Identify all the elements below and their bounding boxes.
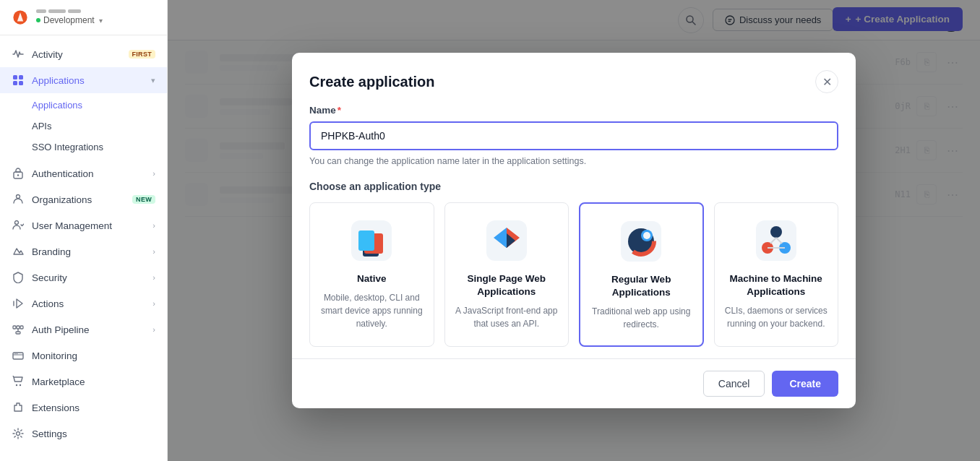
name-field-group: Name* You can change the application nam…: [309, 105, 838, 166]
svg-line-23: [13, 376, 14, 377]
svg-rect-3: [13, 81, 17, 85]
actions-icon: [12, 297, 25, 310]
main-content-area: Discuss your needs Docs A F6b ⎘ ⋯: [168, 0, 980, 461]
svg-point-24: [17, 432, 20, 436]
native-desc: Mobile, desktop, CLI and smart device ap…: [320, 291, 424, 330]
sidebar-item-marketplace[interactable]: Marketplace: [0, 369, 167, 395]
app-type-grid: Native Mobile, desktop, CLI and smart de…: [309, 202, 838, 346]
name-field-label: Name*: [309, 105, 838, 116]
svg-rect-35: [358, 231, 374, 251]
auth-arrow-icon: ›: [152, 169, 155, 178]
extensions-icon: [12, 401, 25, 414]
sidebar-item-actions[interactable]: Actions ›: [0, 290, 167, 316]
modal-body: Name* You can change the application nam…: [292, 105, 856, 358]
sidebar: Development ▾ Activity FIRST Application…: [0, 0, 168, 461]
activity-badge: FIRST: [129, 50, 156, 59]
svg-point-7: [17, 195, 20, 199]
actions-arrow-icon: ›: [152, 299, 155, 308]
sidebar-item-label: Extensions: [32, 402, 155, 413]
svg-rect-11: [13, 326, 16, 329]
sidebar-item-label: Authentication: [32, 168, 145, 179]
rwa-desc: Traditional web app using redirects.: [590, 305, 692, 331]
environment-selector[interactable]: Development ▾: [36, 15, 157, 25]
sidebar-item-label: Monitoring: [32, 350, 155, 361]
subnav-label: APIs: [32, 121, 51, 132]
modal-footer: Cancel Create: [292, 358, 856, 408]
app-type-spa[interactable]: Single Page Web Applications A JavaScrip…: [444, 202, 569, 346]
sidebar-item-activity[interactable]: Activity FIRST: [0, 41, 167, 67]
sidebar-item-organizations[interactable]: Organizations NEW: [0, 186, 167, 212]
app-type-m2m[interactable]: Machine to Machine Applications CLIs, da…: [714, 202, 839, 346]
modal-header: Create application ✕: [292, 53, 856, 105]
svg-point-20: [17, 353, 17, 354]
security-arrow-icon: ›: [152, 273, 155, 282]
sidebar-item-label: User Management: [32, 220, 145, 231]
subnav-label: Applications: [32, 100, 82, 111]
sidebar-header: Development ▾: [0, 0, 167, 35]
sidebar-item-label: Activity: [32, 49, 121, 60]
sidebar-item-label: Applications: [32, 75, 144, 86]
sidebar-item-applications[interactable]: Applications ▾: [0, 67, 167, 93]
spa-name: Single Page Web Applications: [455, 272, 559, 298]
monitoring-icon: [12, 349, 25, 362]
sidebar-item-settings[interactable]: Settings: [0, 421, 167, 447]
user-mgmt-arrow-icon: ›: [152, 221, 155, 230]
cancel-button[interactable]: Cancel: [703, 371, 765, 397]
sidebar-item-label: Branding: [32, 246, 145, 257]
svg-rect-4: [19, 81, 23, 85]
applications-icon: [12, 74, 25, 87]
sidebar-item-label: Settings: [32, 428, 155, 439]
pipeline-arrow-icon: ›: [152, 325, 155, 334]
settings-icon: [12, 427, 25, 440]
activity-icon: [12, 48, 25, 61]
svg-point-8: [15, 221, 19, 225]
spa-icon: [483, 217, 530, 264]
svg-marker-9: [17, 299, 22, 308]
sidebar-item-monitoring[interactable]: Monitoring: [0, 342, 167, 369]
rwa-icon: [618, 218, 664, 264]
pipeline-icon: [12, 323, 25, 336]
svg-rect-17: [16, 332, 20, 334]
sidebar-item-extensions[interactable]: Extensions: [0, 395, 167, 421]
branding-icon: [12, 245, 25, 258]
modal-overlay: Create application ✕ Name* You can chang…: [168, 0, 980, 461]
create-button[interactable]: Create: [772, 371, 838, 397]
app-logo: [10, 7, 30, 27]
svg-rect-2: [19, 75, 23, 79]
name-field-hint: You can change the application name late…: [309, 156, 838, 166]
application-name-input[interactable]: [309, 121, 838, 150]
app-type-native[interactable]: Native Mobile, desktop, CLI and smart de…: [309, 202, 434, 346]
subnav-applications[interactable]: Applications: [0, 95, 167, 116]
env-chevron-icon: ▾: [99, 17, 103, 25]
sidebar-item-security[interactable]: Security ›: [0, 264, 167, 290]
m2m-name: Machine to Machine Applications: [725, 272, 828, 298]
applications-subnav: Applications APIs SSO Integrations: [0, 93, 167, 160]
sidebar-item-auth-pipeline[interactable]: Auth Pipeline ›: [0, 316, 167, 342]
sidebar-item-label: Actions: [32, 298, 145, 309]
subnav-sso-integrations[interactable]: SSO Integrations: [0, 137, 167, 158]
close-icon: ✕: [822, 75, 832, 89]
svg-rect-1: [13, 75, 17, 79]
svg-rect-13: [20, 326, 23, 329]
applications-arrow-icon: ▾: [151, 76, 155, 85]
modal-close-button[interactable]: ✕: [815, 70, 838, 93]
svg-point-6: [17, 174, 19, 176]
subnav-label: SSO Integrations: [32, 142, 103, 152]
subnav-apis[interactable]: APIs: [0, 116, 167, 137]
sidebar-item-label: Auth Pipeline: [32, 324, 145, 335]
sidebar-item-branding[interactable]: Branding ›: [0, 238, 167, 264]
sidebar-item-label: Marketplace: [32, 376, 155, 387]
rwa-name: Regular Web Applications: [590, 273, 692, 298]
sidebar-item-user-management[interactable]: User Management ›: [0, 212, 167, 238]
app-type-rwa[interactable]: Regular Web Applications Traditional web…: [579, 202, 704, 346]
m2m-desc: CLIs, daemons or services running on you…: [725, 304, 828, 330]
organizations-badge: NEW: [132, 195, 155, 204]
env-label: Development: [43, 15, 95, 25]
svg-point-19: [14, 353, 15, 354]
security-icon: [12, 271, 25, 284]
sidebar-item-authentication[interactable]: Authentication ›: [0, 160, 167, 186]
svg-rect-18: [13, 353, 23, 359]
svg-point-46: [770, 226, 782, 238]
branding-arrow-icon: ›: [152, 247, 155, 256]
user-management-icon: [12, 219, 25, 232]
